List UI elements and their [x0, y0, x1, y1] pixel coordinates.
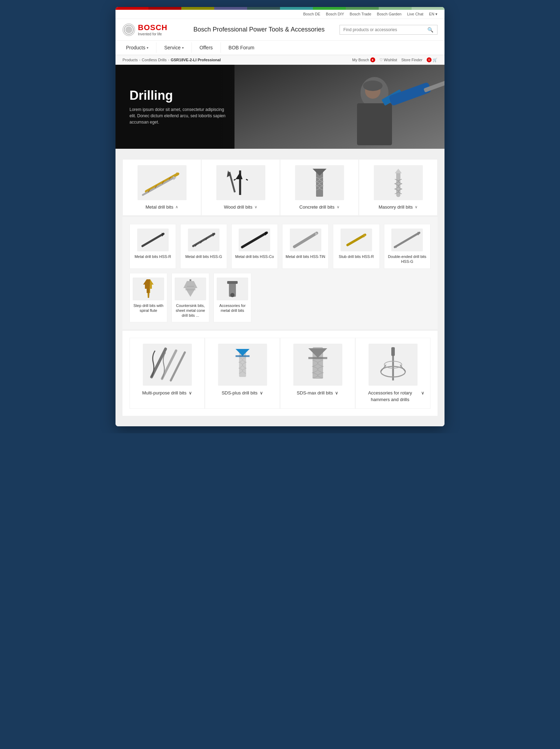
category-accessories-rotary[interactable]: Accessories for rotary hammers and drill…: [355, 338, 430, 408]
utility-bosch-trade[interactable]: Bosch Trade: [350, 12, 371, 16]
svg-point-66: [230, 293, 234, 297]
countersink-bits-image: [175, 278, 206, 300]
search-input[interactable]: [343, 27, 427, 32]
sub-accessories-metal[interactable]: Accessories for metal drill bits: [214, 273, 251, 323]
site-title: Bosch Professional Power Tools & Accesso…: [186, 26, 332, 33]
category-sds-max[interactable]: SDS-max drill bits ∨: [280, 338, 355, 408]
svg-rect-65: [227, 281, 238, 284]
category-metal-drill-bits[interactable]: Metal drill bits ∧: [122, 159, 201, 216]
breadcrumb: Products › Cordless Drills › GSR18VE-2-L…: [122, 58, 221, 62]
my-bosch-label: My Bosch: [352, 58, 369, 62]
svg-rect-74: [236, 355, 250, 357]
masonry-drill-bits-image: [374, 165, 423, 200]
store-finder-action[interactable]: Store Finder: [401, 58, 422, 62]
metal-sub-grid-2: Step drill bits with spiral flute: [130, 273, 248, 323]
metal-drill-bits-chevron-icon: ∧: [175, 205, 178, 209]
stub-drill-hss-r-label: Stub drill bits HSS-R: [339, 254, 374, 259]
breadcrumb-cordless-drills[interactable]: Cordless Drills: [142, 58, 167, 62]
multi-purpose-label: Multi-purpose drill bits ∨: [135, 390, 199, 396]
nav-item-products[interactable]: Products ▾: [122, 41, 152, 55]
sub-stub-drill-hss-r[interactable]: Stub drill bits HSS-R: [333, 224, 379, 269]
accessories-rotary-image: [369, 344, 418, 386]
metal-hss-g-image: [188, 229, 219, 251]
bosch-logo-icon: [122, 23, 135, 36]
multi-purpose-image: [143, 344, 192, 386]
hero-worker-image: [234, 65, 444, 149]
header: BOSCH Invented for life Bosch Profession…: [115, 19, 444, 41]
products-chevron-icon: ▾: [147, 46, 148, 50]
utility-live-chat[interactable]: Live Chat: [407, 12, 423, 16]
metal-drill-bits-image: [138, 165, 187, 200]
step-drill-spiral-label: Step drill bits with spiral flute: [133, 303, 164, 313]
stub-drill-hss-r-image: [341, 229, 372, 251]
breadcrumb-current: GSR18VE-2-LI Professional: [171, 58, 221, 62]
sds-plus-label: SDS-plus drill bits ∨: [211, 390, 274, 396]
masonry-drill-bits-chevron-icon: ∨: [415, 205, 418, 209]
accessories-rotary-label: Accessories for rotary hammers and drill…: [361, 390, 425, 402]
sds-plus-image: [218, 344, 267, 386]
hero-content: Drilling Lorem ipsum dolor sit amet, con…: [115, 78, 241, 136]
breadcrumb-products[interactable]: Products: [122, 58, 138, 62]
hero-banner: Drilling Lorem ipsum dolor sit amet, con…: [115, 65, 444, 149]
hero-title: Drilling: [130, 88, 227, 103]
logo-text-area: BOSCH Invented for life: [138, 23, 167, 36]
main-category-grid: Metal drill bits ∧: [122, 159, 438, 216]
wishlist-action[interactable]: ♡ Wishlist: [379, 58, 397, 62]
sub-countersink-bits[interactable]: Countersink bits, sheet metal cone drill…: [172, 273, 209, 323]
svg-rect-5: [357, 103, 392, 145]
category-sds-plus[interactable]: SDS-plus drill bits ∨: [205, 338, 280, 408]
category-wood-drill-bits[interactable]: Wood drill bits ∨: [201, 159, 280, 216]
breadcrumb-sep-1: ›: [139, 58, 140, 62]
bottom-category-section: Multi-purpose drill bits ∨: [122, 331, 438, 415]
svg-rect-78: [308, 357, 327, 359]
search-button[interactable]: 🔍: [427, 27, 433, 33]
brand-name: BOSCH: [138, 23, 167, 32]
category-multi-purpose[interactable]: Multi-purpose drill bits ∨: [130, 338, 205, 408]
color-bar: [115, 7, 444, 10]
nav-separator: [156, 42, 156, 53]
sub-metal-hss-g[interactable]: Metal drill bits HSS-G: [180, 224, 227, 269]
language-selector[interactable]: EN ▾: [429, 12, 438, 16]
header-actions: My Bosch ● ♡ Wishlist Store Finder 0 🛒: [352, 57, 438, 62]
nav-item-offers[interactable]: Offers: [196, 41, 216, 55]
cart-icon: 🛒: [433, 58, 438, 62]
sub-metal-hss-r[interactable]: Metal drill bits HSS-R: [130, 224, 176, 269]
breadcrumb-bar: Products › Cordless Drills › GSR18VE-2-L…: [115, 55, 444, 65]
nav-item-service[interactable]: Service ▾: [161, 41, 187, 55]
nav-separator-3: [220, 42, 221, 53]
metal-hss-co-label: Metal drill bits HSS-Co: [235, 254, 274, 259]
utility-bosch-de[interactable]: Bosch DE: [303, 12, 320, 16]
nav-separator-2: [191, 42, 192, 53]
svg-rect-85: [391, 347, 395, 356]
sub-metal-hss-tin[interactable]: Metal drill bits HSS-TiN: [282, 224, 329, 269]
sds-max-label: SDS-max drill bits ∨: [286, 390, 349, 396]
double-ended-hss-g-image: [391, 229, 423, 251]
my-bosch-action[interactable]: My Bosch ●: [352, 57, 375, 62]
sub-double-ended-hss-g[interactable]: Double-ended drill bits HSS-G: [384, 224, 430, 269]
store-finder-label: Store Finder: [401, 58, 422, 62]
wood-drill-bits-chevron-icon: ∨: [254, 205, 257, 209]
metal-hss-tin-image: [290, 229, 321, 251]
double-ended-hss-g-label: Double-ended drill bits HSS-G: [387, 254, 427, 264]
accessories-rotary-chevron-icon: ∨: [421, 390, 425, 396]
metal-hss-r-label: Metal drill bits HSS-R: [134, 254, 171, 259]
concrete-drill-bits-label: Concrete drill bits ∨: [286, 204, 353, 210]
metal-hss-tin-label: Metal drill bits HSS-TiN: [286, 254, 325, 259]
category-concrete-drill-bits[interactable]: Concrete drill bits ∨: [280, 159, 359, 216]
metal-drill-bits-expanded: Metal drill bits HSS-R Metal dril: [122, 217, 438, 329]
sds-max-chevron-icon: ∨: [335, 390, 338, 396]
utility-bosch-diy[interactable]: Bosch DIY: [326, 12, 344, 16]
my-bosch-badge: ●: [370, 57, 375, 62]
metal-hss-g-label: Metal drill bits HSS-G: [185, 254, 222, 259]
service-chevron-icon: ▾: [182, 46, 184, 50]
nav-item-bob-forum[interactable]: BOB Forum: [225, 41, 258, 55]
bottom-category-grid: Multi-purpose drill bits ∨: [130, 338, 430, 408]
category-masonry-drill-bits[interactable]: Masonry drill bits ∨: [359, 159, 438, 216]
svg-point-8: [363, 80, 383, 91]
cart-action[interactable]: 0 🛒: [427, 57, 438, 62]
sub-metal-hss-co[interactable]: Metal drill bits HSS-Co: [231, 224, 278, 269]
main-nav: Products ▾ Service ▾ Offers BOB Forum: [115, 41, 444, 55]
utility-bosch-garden[interactable]: Bosch Garden: [377, 12, 401, 16]
concrete-drill-bits-image: [295, 165, 344, 200]
sub-step-drill-spiral[interactable]: Step drill bits with spiral flute: [130, 273, 167, 323]
